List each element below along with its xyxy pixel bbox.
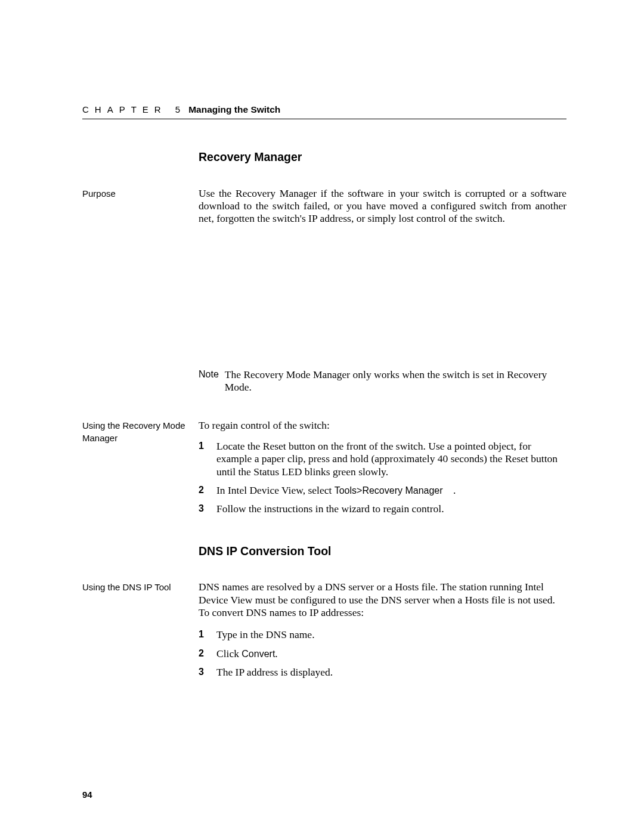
step-body: Locate the Reset button on the front of … xyxy=(216,440,566,478)
ui-button-name: Convert xyxy=(242,649,275,659)
running-header: CHAPTER 5 Managing the Switch xyxy=(82,104,566,119)
note-label: Note xyxy=(199,368,219,394)
step-number: 2 xyxy=(199,484,216,497)
step-number: 1 xyxy=(199,628,216,641)
list-item: 3 The IP address is displayed. xyxy=(199,666,566,679)
note-block: Note The Recovery Mode Manager only work… xyxy=(199,368,566,394)
chapter-label: CHAPTER 5 xyxy=(82,104,186,114)
section-heading-recovery: Recovery Manager xyxy=(199,150,566,165)
page-number: 94 xyxy=(82,789,92,800)
purpose-text: Use the Recovery Manager if the software… xyxy=(199,187,566,225)
step-body: Click Convert. xyxy=(216,648,566,660)
list-item: 1 Locate the Reset button on the front o… xyxy=(199,440,566,478)
step-body: Type in the DNS name. xyxy=(216,628,566,641)
step-body: In Intel Device View, select Tools>Recov… xyxy=(216,484,566,497)
document-page: CHAPTER 5 Managing the Switch Recovery M… xyxy=(0,0,644,685)
recovery-steps: 1 Locate the Reset button on the front o… xyxy=(199,440,566,516)
list-item: 2 Click Convert. xyxy=(199,648,566,660)
dns-intro: DNS names are resolved by a DNS server o… xyxy=(199,581,566,619)
step-number: 2 xyxy=(199,648,216,660)
ui-menu-path: Tools>Recovery Manager xyxy=(335,485,443,496)
step-number: 3 xyxy=(199,503,216,515)
chapter-title: Managing the Switch xyxy=(188,104,280,115)
list-item: 1 Type in the DNS name. xyxy=(199,628,566,641)
list-item: 2 In Intel Device View, select Tools>Rec… xyxy=(199,484,566,497)
step-number: 3 xyxy=(199,666,216,679)
section-heading-dns: DNS IP Conversion Tool xyxy=(199,544,566,559)
dns-steps: 1 Type in the DNS name. 2 Click Convert.… xyxy=(199,628,566,679)
side-label-purpose: Purpose xyxy=(82,187,199,419)
list-item: 3 Follow the instructions in the wizard … xyxy=(199,503,566,515)
step-body: Follow the instructions in the wizard to… xyxy=(216,503,566,515)
side-label-using-dns: Using the DNS IP Tool xyxy=(82,581,199,685)
section-recovery-manager: Recovery Manager Purpose Use the Recover… xyxy=(82,150,566,685)
note-text: The Recovery Mode Manager only works whe… xyxy=(225,368,566,394)
side-label-using-recovery: Using the Recovery Mode Manager xyxy=(82,419,199,522)
recovery-intro: To regain control of the switch: xyxy=(199,419,566,432)
step-number: 1 xyxy=(199,440,216,478)
step-body: The IP address is displayed. xyxy=(216,666,566,679)
